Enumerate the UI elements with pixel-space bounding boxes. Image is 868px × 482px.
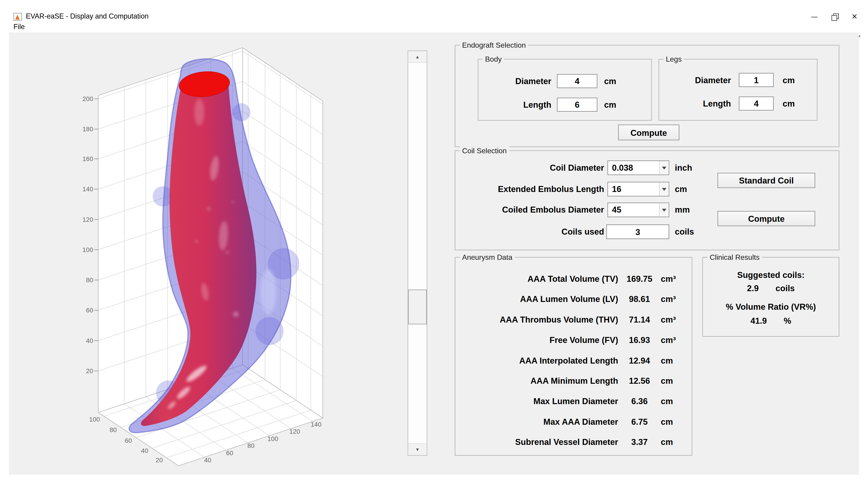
endograft-selection-panel: Endograft Selection Body Diameter cm Len… — [455, 45, 839, 147]
body-length-label: Length — [478, 98, 551, 111]
close-icon: × — [852, 11, 857, 23]
coils-used-label: Coils used — [456, 225, 604, 239]
table-row: Free Volume (FV) 16.93 cm³ — [456, 333, 692, 347]
suggested-coils-unit: coils — [776, 283, 795, 293]
table-row: AAA Lumen Volume (LV) 98.61 cm³ — [456, 292, 692, 306]
group-title: Legs — [663, 55, 684, 63]
svg-text:80: 80 — [110, 426, 117, 433]
arrow-up-icon: ▲ — [415, 54, 420, 59]
table-row: Max AAA Diameter 6.75 cm — [456, 415, 692, 429]
svg-text:140: 140 — [83, 186, 93, 193]
body-group: Body Diameter cm Length cm — [478, 59, 652, 121]
dropdown-value: 16 — [608, 182, 659, 196]
svg-text:200: 200 — [83, 95, 93, 102]
svg-text:20: 20 — [86, 367, 93, 375]
body-diameter-unit: cm — [604, 74, 616, 88]
panel-title: Aneurysm Data — [460, 253, 515, 262]
chevron-down-icon[interactable] — [659, 182, 669, 196]
z-axis-labels: 200 180 160 140 120 100 80 60 40 20 — [83, 95, 93, 375]
standard-coil-button[interactable]: Standard Coil — [717, 173, 815, 188]
svg-text:60: 60 — [226, 449, 233, 457]
svg-text:120: 120 — [289, 428, 300, 435]
embolus-diameter-label: Coiled Embolus Diameter — [456, 202, 604, 217]
embolus-length-label: Extended Embolus Length — [456, 182, 604, 197]
table-row: Max Lumen Diameter 6.36 cm — [456, 394, 692, 408]
z-tick-marks — [94, 99, 98, 371]
embolus-diameter-unit: mm — [675, 202, 690, 217]
volume-ratio-value-row: 41.9 % — [703, 316, 839, 325]
panel-title: Endograft Selection — [460, 41, 528, 50]
svg-text:60: 60 — [86, 307, 93, 314]
table-row: Subrenal Vessel Diameter 3.37 cm — [456, 436, 692, 449]
volume-ratio-unit: % — [784, 316, 791, 325]
body-length-input[interactable] — [557, 98, 597, 111]
endograft-compute-button[interactable]: Compute — [618, 125, 679, 140]
body-diameter-input[interactable] — [557, 74, 597, 88]
chevron-down-icon[interactable] — [659, 161, 669, 174]
clinical-results-panel: Clinical Results Suggested coils: 2.9 co… — [702, 257, 839, 337]
group-title: Body — [483, 55, 504, 63]
legs-length-input[interactable] — [739, 96, 774, 110]
svg-text:80: 80 — [86, 277, 93, 284]
coils-used-unit: coils — [675, 225, 694, 239]
legs-length-label: Length — [659, 96, 731, 110]
table-row: AAA Interpolated Length 12.94 cm — [456, 354, 692, 368]
table-row: AAA Thrombus Volume (THV) 71.14 cm³ — [456, 313, 692, 327]
svg-text:80: 80 — [247, 442, 254, 449]
embolus-length-unit: cm — [675, 182, 687, 197]
close-button[interactable]: × — [845, 9, 863, 25]
slider-track[interactable]: ▲ ▼ — [407, 51, 427, 456]
slider-down-button[interactable]: ▼ — [408, 443, 427, 455]
coil-compute-button[interactable]: Compute — [717, 211, 815, 226]
coil-selection-panel: Coil Selection Coil Diameter 0.038 inch … — [455, 150, 839, 250]
body-diameter-label: Diameter — [478, 74, 551, 88]
restore-icon — [832, 13, 838, 20]
svg-text:140: 140 — [311, 421, 321, 428]
table-row: AAA Minimum Length 12.56 cm — [456, 374, 692, 388]
table-row: AAA Total Volume (TV) 169.75 cm³ — [456, 272, 692, 286]
maximize-button[interactable] — [826, 9, 844, 25]
svg-text:40: 40 — [86, 337, 93, 344]
slider-up-button[interactable]: ▲ — [408, 51, 427, 63]
panel-title: Clinical Results — [707, 253, 762, 262]
svg-text:100: 100 — [89, 416, 100, 423]
chevron-down-icon[interactable] — [659, 203, 669, 217]
svg-text:40: 40 — [204, 457, 211, 464]
svg-text:60: 60 — [125, 437, 132, 444]
suggested-coils-label: Suggested coils: — [703, 270, 839, 280]
volume-ratio-value: 41.9 — [750, 316, 767, 325]
legs-group: Legs Diameter cm Length cm — [658, 59, 817, 121]
coil-diameter-unit: inch — [675, 161, 692, 175]
panel-title: Coil Selection — [460, 147, 509, 155]
app-window: EVAR-eaSE - Display and Computation × Fi… — [0, 0, 868, 482]
suggested-coils-value: 2.9 — [747, 283, 759, 293]
svg-text:100: 100 — [268, 435, 278, 442]
svg-text:100: 100 — [83, 246, 93, 253]
aneurysm-data-panel: Aneurysm Data AAA Total Volume (TV) 169.… — [455, 257, 692, 456]
embolus-diameter-dropdown[interactable]: 45 — [608, 202, 669, 217]
arrow-down-icon: ▼ — [415, 447, 420, 452]
suggested-coils-value-row: 2.9 coils — [703, 283, 839, 293]
svg-text:180: 180 — [83, 126, 93, 133]
coil-diameter-dropdown[interactable]: 0.038 — [608, 161, 669, 175]
svg-text:120: 120 — [83, 216, 93, 223]
legs-diameter-label: Diameter — [659, 73, 731, 87]
coil-diameter-label: Coil Diameter — [456, 161, 604, 175]
svg-text:20: 20 — [156, 457, 163, 464]
dropdown-value: 0.038 — [608, 161, 659, 174]
svg-text:40: 40 — [141, 447, 148, 454]
volume-ratio-label: % Volume Ratio (VR%) — [703, 302, 839, 312]
minimize-button[interactable] — [805, 9, 823, 25]
coils-used-input[interactable] — [606, 225, 669, 239]
body-length-unit: cm — [604, 98, 616, 111]
aneurysm-3d-plot: 200 180 160 140 120 100 80 60 40 20 40 6… — [0, 0, 449, 477]
slider-thumb[interactable] — [408, 290, 427, 324]
svg-text:160: 160 — [83, 155, 93, 162]
legs-diameter-unit: cm — [783, 73, 795, 87]
legs-diameter-input[interactable] — [739, 73, 774, 87]
minimize-icon — [811, 17, 817, 17]
legs-length-unit: cm — [783, 96, 795, 110]
dropdown-value: 45 — [608, 203, 659, 217]
embolus-length-dropdown[interactable]: 16 — [608, 182, 669, 197]
